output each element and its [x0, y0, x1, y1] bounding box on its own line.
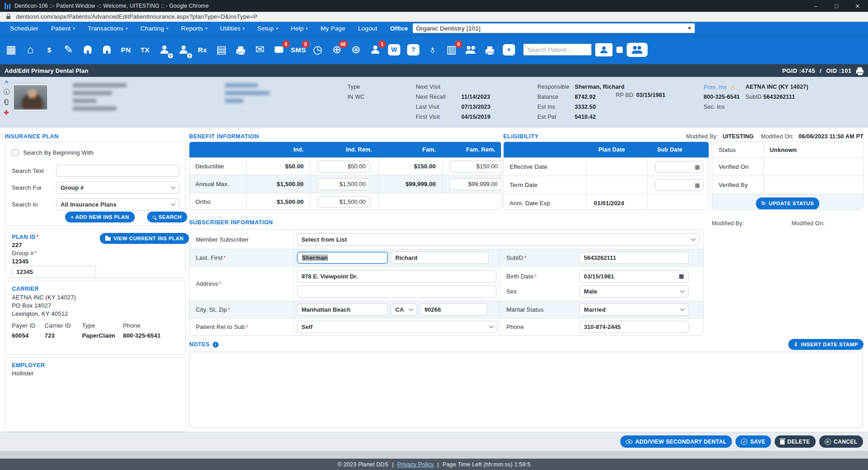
search-button[interactable]: SEARCH	[147, 212, 187, 222]
charting-icon[interactable]: ✎	[61, 40, 76, 59]
delete-button[interactable]: DELETE	[775, 435, 816, 448]
update-status-button[interactable]: ↻ UPDATE STATUS	[756, 197, 819, 210]
plan-id-panel: PLAN ID* 227 VIEW CURRENT INS PLAN Group…	[5, 229, 186, 278]
effective-sub-date-input[interactable]: ▦	[655, 161, 704, 173]
help-icon[interactable]: ?	[406, 40, 421, 59]
search-for-select[interactable]: Group #	[56, 182, 179, 194]
eservices-icon[interactable]: ⊛	[348, 40, 363, 59]
search-by-beginning-checkbox[interactable]	[12, 149, 19, 156]
nav-charting[interactable]: Charting ▾	[134, 25, 174, 32]
subid-input[interactable]	[579, 252, 689, 264]
search-for-label: Search For	[12, 184, 42, 191]
nav-utilities[interactable]: Utilities ▾	[214, 25, 251, 32]
last-name-input[interactable]: Sherman	[297, 252, 388, 264]
add-view-secondary-dental-button[interactable]: ADD/VIEW SECONDARY DENTAL	[620, 435, 732, 448]
fax-icon[interactable]: ✉	[252, 40, 267, 59]
progress-notes-icon[interactable]: PN	[118, 40, 133, 59]
fam-rem-input[interactable]	[449, 178, 501, 190]
staff-icon[interactable]	[463, 40, 478, 59]
maximize-button[interactable]: □	[826, 0, 847, 12]
phone-input[interactable]	[579, 321, 689, 333]
web-icon[interactable]: ⊕ 48	[329, 40, 344, 59]
minimize-button[interactable]: –	[805, 0, 826, 12]
type-label: Type	[347, 84, 365, 90]
view-current-ins-plan-button[interactable]: VIEW CURRENT INS PLAN	[100, 233, 189, 244]
chevron-down-icon: ▾	[276, 26, 278, 30]
visit-dates: 11/14/2023 07/13/202304/15/2019	[461, 82, 490, 122]
messages-icon[interactable]: 0	[271, 40, 286, 59]
nav-patient[interactable]: Patient ▾	[45, 25, 81, 32]
nav-my-page[interactable]: My Page	[314, 25, 352, 32]
patient-info-icon[interactable]: i	[4, 89, 10, 95]
prim-ins-link[interactable]: Prim. Ins	[704, 84, 727, 91]
nav-scheduler[interactable]: Scheduler	[4, 25, 45, 32]
patient-photo[interactable]	[13, 84, 48, 111]
patient-portal-icon[interactable]: 1	[368, 40, 383, 59]
chevron-down-icon	[171, 202, 176, 206]
term-sub-date-input[interactable]: ▦	[655, 179, 704, 191]
first-name-input[interactable]	[391, 252, 489, 264]
privacy-policy-link[interactable]: Privacy Policy	[397, 461, 434, 468]
nav-logout[interactable]: Logout	[352, 25, 383, 32]
address2-input[interactable]	[297, 285, 496, 298]
print-setup-icon[interactable]	[482, 40, 497, 59]
tooth-chart-icon[interactable]	[80, 40, 95, 59]
insert-date-stamp-button[interactable]: ⇩ INSERT DATE STAMP	[788, 339, 863, 350]
office-select[interactable]: Organic Dentistry [101]	[413, 23, 695, 33]
close-button[interactable]: ✕	[847, 0, 868, 12]
add-alert-icon[interactable]: ✚	[4, 109, 9, 116]
fam-rem-input[interactable]	[449, 161, 501, 172]
collapse-banner-icon[interactable]: ^	[5, 81, 8, 85]
treatment-plans-icon[interactable]: TX	[138, 40, 153, 59]
print-icon[interactable]	[233, 40, 248, 59]
group-input[interactable]	[12, 266, 96, 278]
global-patient-search-button[interactable]	[627, 43, 648, 57]
patient-rel-to-sub-select[interactable]: Self	[297, 321, 497, 333]
patient-search-input[interactable]	[523, 44, 592, 56]
save-button[interactable]: ✓ SAVE	[735, 435, 771, 448]
ind-rem-input[interactable]	[317, 161, 370, 172]
statements-icon[interactable]: ▤	[214, 40, 229, 59]
home-icon[interactable]: ⌂	[23, 40, 38, 59]
perio-chart-icon[interactable]	[99, 40, 114, 59]
text-message-icon[interactable]: ▥ 0	[444, 40, 459, 59]
nav-reports[interactable]: Reports ▾	[175, 25, 214, 32]
payments-icon[interactable]: $	[42, 40, 57, 59]
notes-textarea[interactable]	[189, 352, 863, 428]
city-input[interactable]	[297, 303, 388, 316]
nav-transactions[interactable]: Transactions ▾	[81, 25, 134, 32]
page-header: Add/Edit Primary Dental Plan PGID :4745 …	[0, 64, 868, 77]
collapse-icon[interactable]: ▼	[501, 40, 516, 59]
address1-input[interactable]	[297, 270, 496, 283]
ind-rem-input[interactable]	[317, 178, 370, 190]
add-new-ins-plan-button[interactable]: + ADD NEW INS PLAN	[65, 212, 135, 222]
print-page-icon[interactable]	[856, 70, 863, 74]
timeclock-icon[interactable]: ◷	[310, 40, 325, 59]
marital-status-select[interactable]: Married	[579, 303, 689, 316]
nav-setup[interactable]: Setup ▾	[251, 25, 284, 32]
search-checkbox[interactable]	[616, 46, 623, 53]
sms-icon[interactable]: SMS 0	[291, 40, 306, 59]
nav-help[interactable]: Help ▾	[284, 25, 314, 32]
cancel-button[interactable]: ✕ CANCEL	[819, 435, 863, 448]
scheduler-icon[interactable]: ▦	[4, 40, 19, 59]
search-text-input[interactable]	[56, 165, 179, 177]
member-subscriber-select[interactable]: Select from List	[297, 233, 700, 246]
paperclip-icon[interactable]	[4, 98, 10, 106]
zip-input[interactable]	[420, 303, 487, 316]
add-patient-icon[interactable]: +	[157, 40, 172, 59]
website-icon[interactable]: ♁	[425, 40, 440, 59]
search-icon	[153, 216, 156, 219]
nav-office[interactable]: Office	[383, 25, 411, 32]
url-text[interactable]: denticon.com/aspx/Patients/AdvancedEditP…	[16, 13, 257, 20]
warning-icon: ⚠	[730, 84, 736, 91]
search-in-select[interactable]: All Insurance Plans	[56, 198, 179, 211]
prescriptions-icon[interactable]: Rx	[195, 40, 210, 59]
word-icon[interactable]: W	[387, 40, 402, 59]
sex-select[interactable]: Male	[579, 285, 689, 298]
patient-search-button[interactable]	[595, 43, 613, 56]
state-select[interactable]: CA	[391, 303, 417, 316]
birth-date-input[interactable]: 03/15/1981 ▦	[579, 270, 689, 283]
add-referral-icon[interactable]: +	[176, 40, 191, 59]
ind-rem-input[interactable]	[317, 196, 370, 208]
